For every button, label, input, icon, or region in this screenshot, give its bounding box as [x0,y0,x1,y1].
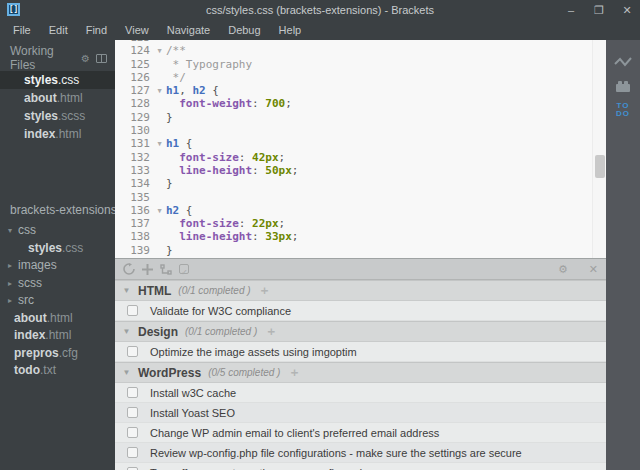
todo-checkbox[interactable] [127,427,138,438]
toggle-completed-icon[interactable] [179,264,189,274]
code-text: h1, h2 { [166,84,219,97]
code-line-137: 137 font-size: 22px; [115,217,606,230]
token-plain: ; [285,97,292,110]
todo-checkbox[interactable] [127,387,138,398]
todo-checkbox[interactable] [127,407,138,418]
working-files-gear-icon[interactable]: ⚙ [81,53,90,64]
fold-arrow-icon[interactable]: ▼ [153,84,166,97]
add-todo-icon[interactable] [142,264,153,275]
tree-item-prepros[interactable]: prepros.cfg [0,345,115,363]
token-plain: } [166,244,173,257]
tree-item-images[interactable]: ▸images [0,257,115,275]
code-line-125: 125 * Typography [115,58,606,71]
todo-item-label: Install Yoast SEO [150,407,235,419]
fold-arrow-icon[interactable]: ▼ [153,44,166,57]
window-controls: – ❐ ✕ [564,0,634,20]
collapse-arrow-icon[interactable]: ▼ [115,286,138,295]
todo-settings-gear-icon[interactable]: ⚙ [558,259,568,280]
working-file-styles-css[interactable]: styles.css [0,71,115,89]
file-name: index [24,127,55,141]
token-comment: /** [166,44,186,57]
todo-item-label: Change WP admin email to client's prefer… [150,427,439,439]
fold-gutter [153,111,166,124]
fold-arrow-icon[interactable]: ▼ [153,204,166,217]
token-plain [166,97,179,110]
menu-view[interactable]: View [116,20,158,40]
token-plain: { [206,84,219,97]
tree-item-src[interactable]: ▸src [0,292,115,310]
line-number: 137 [115,217,153,230]
section-items: Install w3C cacheInstall Yoast SEOChange… [115,383,606,470]
split-view-icon[interactable] [96,54,107,63]
todo-extension-icon[interactable]: TO DO [606,102,640,118]
tree-item-index[interactable]: index.html [0,327,115,345]
todo-item-label: Turn off comments on the pages configure… [150,467,362,470]
todo-item: Install Yoast SEO [115,403,606,423]
project-dropdown[interactable]: brackets-extensions▾ [10,203,115,217]
working-files-header: Working Files ⚙ [0,50,115,66]
menu-edit[interactable]: Edit [40,20,77,40]
fold-gutter [153,191,166,204]
menu-find[interactable]: Find [77,20,116,40]
menu-debug[interactable]: Debug [219,20,269,40]
todo-item: Review wp-config.php file configurations… [115,443,606,463]
toggle-tags-icon[interactable] [160,264,172,275]
editor-scrollbar-thumb[interactable] [595,155,605,178]
collapse-arrow-icon[interactable]: ▼ [115,327,138,336]
close-button[interactable]: ✕ [620,0,634,20]
line-number: 129 [115,111,153,124]
menu-navigate[interactable]: Navigate [158,20,219,40]
todo-section-design[interactable]: ▼Design(0/1 completed )＋ [115,321,606,342]
todo-checkbox[interactable] [127,447,138,458]
tree-item-scss[interactable]: ▸scss [0,275,115,293]
extension-brick-icon[interactable] [606,80,640,92]
refresh-icon[interactable] [123,263,135,275]
todo-panel-close-icon[interactable]: ✕ [589,259,598,280]
token-num: 50px [265,164,292,177]
code-editor[interactable]: 123124▼/**125 * Typography126 */127▼h1, … [115,40,606,258]
todo-section-wordpress[interactable]: ▼WordPress(0/5 completed )＋ [115,362,606,383]
code-text: line-height: 50px; [166,164,298,177]
file-tree: ▾cssstyles.css▸images▸scss▸srcabout.html… [0,222,115,380]
minimize-button[interactable]: – [564,0,578,20]
file-ext: .html [45,328,71,342]
todo-list: ▼HTML(0/1 completed )＋Validate for W3C c… [115,280,606,470]
section-add-icon[interactable]: ＋ [259,282,271,299]
fold-gutter [153,230,166,243]
token-num: 22px [252,217,279,230]
line-number: 130 [115,124,153,137]
token-num: 700 [265,97,285,110]
section-count: (0/1 completed ) [178,285,250,296]
editor-scrollbar[interactable] [592,40,606,258]
tree-item-todo[interactable]: todo.txt [0,362,115,380]
todo-item: Validate for W3C compliance [115,301,606,321]
file-ext: .html [55,127,81,141]
menu-help[interactable]: Help [270,20,311,40]
live-preview-icon[interactable] [606,56,640,68]
fold-arrow-icon[interactable]: ▼ [153,137,166,150]
code-line-134: 134} [115,177,606,190]
section-add-icon[interactable]: ＋ [288,364,300,381]
token-prop: font-weight [179,97,252,110]
todo-checkbox[interactable] [127,305,138,316]
todo-icon-line2: DO [606,110,640,118]
menu-file[interactable]: File [4,20,40,40]
code-line-133: 133 line-height: 50px; [115,164,606,177]
section-items: Optimize the image assets using imgoptim [115,342,606,362]
todo-section-html[interactable]: ▼HTML(0/1 completed )＋ [115,280,606,301]
maximize-button[interactable]: ❐ [592,0,606,20]
line-number: 131 [115,137,153,150]
todo-checkbox[interactable] [127,346,138,357]
section-add-icon[interactable]: ＋ [265,323,277,340]
token-tag: h1 [166,84,179,97]
tree-item-css[interactable]: ▾css [0,222,115,240]
fold-gutter [153,177,166,190]
working-file-index-html[interactable]: index.html [0,125,115,143]
collapse-arrow-icon[interactable]: ▼ [115,368,138,377]
file-name: todo [14,363,40,377]
tree-item-styles[interactable]: styles.css [0,240,115,258]
working-file-about-html[interactable]: about.html [0,89,115,107]
code-text: font-size: 42px; [166,151,285,164]
working-file-styles-scss[interactable]: styles.scss [0,107,115,125]
tree-item-about[interactable]: about.html [0,310,115,328]
